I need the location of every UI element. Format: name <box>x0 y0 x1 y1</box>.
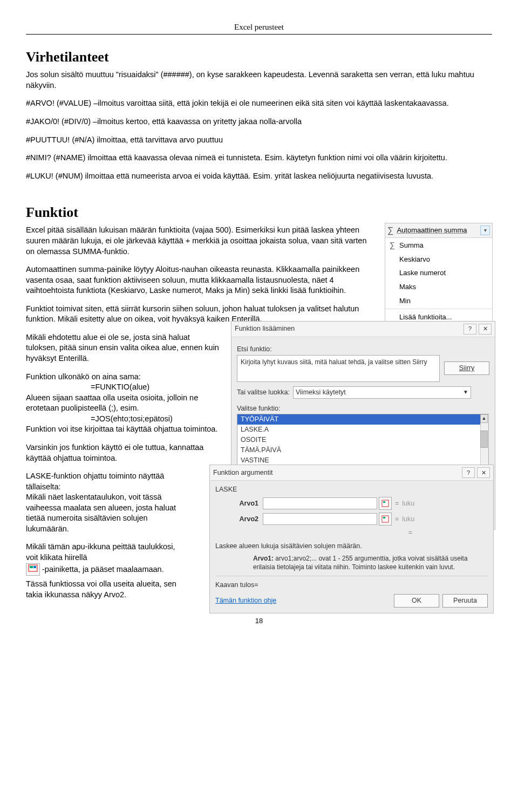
close-icon[interactable]: ✕ <box>479 324 492 335</box>
autosum-item-summa[interactable]: ∑Summa <box>385 238 492 253</box>
svg-rect-6 <box>383 517 385 518</box>
list-item[interactable]: OSOITE <box>237 435 488 445</box>
go-button[interactable]: Siirry <box>444 361 489 375</box>
autosum-label: Automaattinen summa <box>397 226 467 235</box>
arg1-input[interactable] <box>263 497 377 509</box>
ok-button[interactable]: OK <box>394 594 439 608</box>
page-header: Excel perusteet <box>26 22 492 35</box>
list-item[interactable]: VASTINE <box>237 455 488 466</box>
list-item[interactable]: TÄMÄ.PÄIVÄ <box>237 445 488 455</box>
svg-rect-5 <box>382 516 388 522</box>
body-text: Jos solun sisältö muuttuu "risuaidaksi" … <box>26 70 492 91</box>
body-text: Mikäli ehdotettu alue ei ole se, josta s… <box>26 332 220 364</box>
collapse-dialog-icon <box>26 563 40 576</box>
function-name: LASKE <box>215 485 488 494</box>
help-link[interactable]: Tämän funktion ohje <box>215 596 276 605</box>
heading-funktiot: Funktiot <box>26 203 492 222</box>
body-text: #JAKO/0! (#DIV/0) –ilmoitus kertoo, että… <box>26 117 492 127</box>
arg1-label: Arvo1 <box>215 499 263 508</box>
chevron-down-icon: ▼ <box>463 388 468 396</box>
help-icon[interactable]: ? <box>462 467 475 478</box>
formula-result: Kaavan tulos= <box>215 581 488 590</box>
svg-rect-1 <box>30 566 33 568</box>
dialog-title: Funktion lisääminen <box>235 324 461 333</box>
svg-rect-3 <box>382 500 388 507</box>
body-text: LASKE-funktion ohjattu toiminto näyttää … <box>26 471 188 492</box>
category-label: Tai valitse luokka: <box>237 388 290 397</box>
autosum-item-keskiarvo[interactable]: Keskiarvo <box>385 253 492 267</box>
autosum-button[interactable]: ∑ Automaattinen summa ▾ <box>385 223 492 238</box>
dialog-title: Funktion argumentit <box>213 468 460 477</box>
body-text: Alueen sijaan saattaa olla useita osioit… <box>26 393 220 414</box>
arg2-input[interactable] <box>263 513 377 525</box>
body-text: Excel pitää sisällään lukuisan määrän fu… <box>26 225 371 257</box>
range-picker-icon[interactable] <box>379 513 392 526</box>
body-text: Mikäli tämän apu-ikkuna peittää taulukko… <box>26 542 188 563</box>
range-picker-icon[interactable] <box>379 497 392 510</box>
body-text: Funktion ulkonäkö on aina sama: <box>26 372 220 383</box>
body-text: -painiketta, ja pääset maalaamaan. <box>42 564 164 575</box>
search-label: Etsi funktio: <box>237 345 489 354</box>
list-item[interactable]: LASKE.A <box>237 425 488 435</box>
close-icon[interactable]: ✕ <box>477 467 490 478</box>
body-text: #NIMI? (#NAME) ilmoittaa että kaavassa o… <box>26 153 492 163</box>
autosum-item-maks[interactable]: Maks <box>385 280 492 294</box>
list-label: Valitse funktio: <box>237 404 489 413</box>
scroll-up-icon[interactable]: ▲ <box>480 414 488 423</box>
body-text: Mikäli näet laskentataulukon, voit tässä… <box>26 492 188 534</box>
arg2-type: luku <box>402 515 414 524</box>
heading-virhetilanteet: Virhetilanteet <box>26 47 492 66</box>
scroll-thumb[interactable] <box>480 431 488 448</box>
body-text: Funktion voi itse kirjoittaa tai käyttää… <box>26 424 220 435</box>
arg-hint: Arvo1: arvo1;arvo2;... ovat 1 - 255 argu… <box>253 554 488 571</box>
dialog-titlebar: Funktion argumentit ? ✕ <box>210 465 493 481</box>
sigma-icon: ∑ <box>387 224 393 236</box>
body-text: #LUKU! (#NUM) ilmoittaa että numeerista … <box>26 171 492 182</box>
svg-rect-4 <box>383 501 385 503</box>
arg1-type: luku <box>402 499 414 508</box>
svg-rect-2 <box>33 566 36 568</box>
body-text: Automaattinen summa-painike löytyy Aloit… <box>26 264 371 296</box>
category-select[interactable]: Viimeksi käytetyt ▼ <box>293 386 471 399</box>
chevron-down-icon[interactable]: ▾ <box>480 226 490 235</box>
cancel-button[interactable]: Peruuta <box>442 594 488 608</box>
page-number: 18 <box>26 616 492 626</box>
help-icon[interactable]: ? <box>464 324 476 335</box>
sigma-icon: ∑ <box>390 240 399 250</box>
dialog-titlebar: Funktion lisääminen ? ✕ <box>231 322 495 337</box>
body-text: Varsinkin jos funktion käyttö ei ole tut… <box>26 442 220 463</box>
body-text: #ARVO! (#VALUE) –ilmoitus varoittaa siit… <box>26 98 492 109</box>
autosum-item-laske-numerot[interactable]: Laske numerot <box>385 266 492 280</box>
arg2-label: Arvo2 <box>215 515 263 524</box>
body-text: #PUUTTUU! (#N/A) ilmoittaa, että tarvitt… <box>26 135 492 146</box>
search-input[interactable]: Kirjoita lyhyt kuvaus siitä, mitä haluat… <box>237 355 440 382</box>
list-item[interactable]: TYÖPÄIVÄT <box>237 414 488 425</box>
function-arguments-dialog: Funktion argumentit ? ✕ LASKE Arvo1 = lu… <box>209 465 494 613</box>
body-text: Tässä funktiossa voi olla useita alueita… <box>26 579 188 600</box>
function-description: Laskee alueen lukuja sisältävien solujen… <box>215 542 488 551</box>
